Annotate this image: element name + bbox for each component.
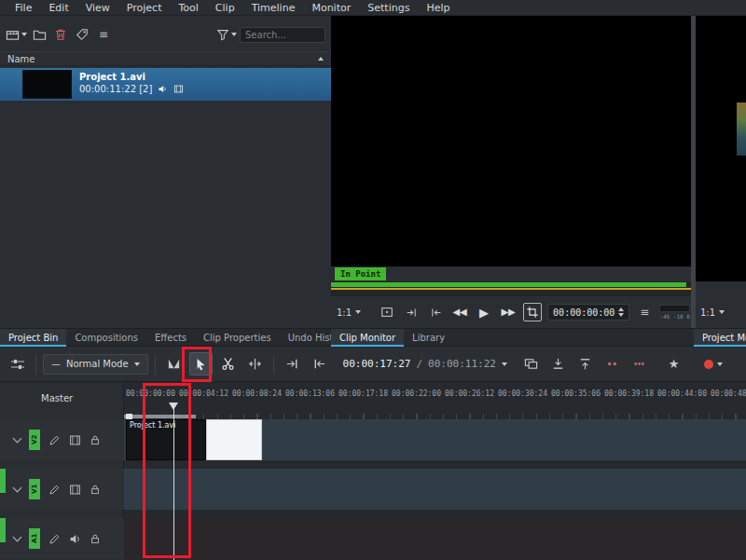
bin-menu-button[interactable]: ≡ (94, 25, 113, 44)
menu-help[interactable]: Help (418, 2, 458, 14)
record-button[interactable] (697, 352, 730, 376)
tab-library[interactable]: Library (404, 329, 453, 347)
track-a1-lane[interactable] (124, 518, 746, 559)
speaker-icon[interactable] (69, 533, 81, 545)
lift-zone-button[interactable] (628, 352, 651, 376)
zoom-level-label: 1:1 (700, 307, 715, 318)
track-a1-target-chip[interactable]: A1 (29, 528, 40, 549)
name-column-label: Name (7, 54, 35, 64)
tab-clip-monitor[interactable]: Clip Monitor (331, 329, 404, 347)
monitor-ruler[interactable] (331, 281, 691, 296)
monitor-zone-bar[interactable] (331, 282, 686, 287)
timeline-ruler[interactable]: 00:00:00:00 00:00:04:12 00:00:08:24 00:0… (124, 382, 746, 419)
right-tabs: Project Monitor (694, 329, 746, 348)
go-to-zone-start-button[interactable] (402, 303, 421, 321)
filmstrip-icon[interactable] (69, 434, 81, 446)
ruler-label: 00:00:48:12 (711, 389, 746, 398)
insert-zone-button[interactable] (546, 352, 570, 376)
sort-ascending-icon (318, 57, 324, 61)
menu-project[interactable]: Project (118, 2, 171, 14)
timeline-toolbar: — Normal Mode 00:00:17:27 / 00:00:11:22 (0, 347, 746, 382)
insert-space-button[interactable] (281, 352, 304, 376)
add-clip-button[interactable] (6, 25, 27, 44)
separator (35, 354, 36, 375)
menu-settings[interactable]: Settings (359, 2, 418, 14)
pencil-icon[interactable] (48, 434, 61, 446)
filmstrip-icon[interactable] (69, 484, 81, 496)
filter-button[interactable] (216, 25, 237, 44)
lock-icon[interactable] (90, 484, 101, 496)
menu-monitor[interactable]: Monitor (303, 2, 359, 14)
timeline-timecode[interactable]: 00:00:17:27 / 00:00:11:22 (343, 358, 507, 370)
razor-tool-button[interactable] (216, 352, 240, 376)
play-button[interactable]: ▶ (475, 303, 493, 321)
separator (155, 354, 156, 375)
monitor-overlay-button[interactable] (378, 303, 396, 321)
timeline-settings-button[interactable] (6, 352, 29, 376)
ruler-label: 00:00:35:06 (551, 389, 601, 398)
track-v2-target-chip[interactable]: V2 (29, 430, 40, 450)
menu-tool[interactable]: Tool (170, 2, 206, 14)
edit-mode-dropdown[interactable]: — Normal Mode (43, 354, 148, 375)
chevron-down-icon (355, 310, 361, 314)
go-to-zone-end-button[interactable] (426, 303, 445, 321)
bin-clip-row[interactable]: Project 1.avi 00:00:11:22 [2] (0, 68, 331, 101)
lock-icon[interactable] (90, 533, 101, 545)
spacer-tool-button[interactable] (243, 352, 267, 376)
pencil-icon[interactable] (48, 484, 61, 496)
audio-mixer-button[interactable] (741, 352, 746, 376)
ruler-label: 00:00:39:18 (604, 389, 654, 398)
zone-crop-button[interactable] (523, 303, 542, 321)
remove-space-button[interactable] (308, 352, 331, 376)
chevron-down-icon[interactable] (13, 533, 22, 542)
chevron-down-icon[interactable] (13, 434, 22, 444)
track-v1-target-chip[interactable]: V1 (29, 479, 40, 499)
menu-view[interactable]: View (77, 2, 118, 14)
menu-timeline[interactable]: Timeline (243, 2, 304, 14)
project-monitor-zoom-dropdown[interactable]: 1:1 (700, 307, 725, 318)
play-icon: ▶ (479, 307, 489, 319)
pencil-icon[interactable] (48, 533, 61, 545)
timecode-spinner[interactable] (618, 307, 624, 317)
tab-clip-properties[interactable]: Clip Properties (195, 329, 280, 347)
delete-button[interactable] (51, 25, 70, 44)
clip-group-indicator (126, 414, 132, 419)
rewind-button[interactable]: ◀◀ (450, 303, 469, 321)
tab-effects[interactable]: Effects (146, 329, 195, 347)
menu-clip[interactable]: Clip (207, 2, 243, 14)
menu-edit[interactable]: Edit (40, 2, 76, 14)
timeline-clip-selected[interactable] (206, 419, 262, 460)
tab-compositions[interactable]: Compositions (66, 329, 146, 347)
track-v1-lane[interactable] (124, 469, 746, 510)
track-a1: A1 (0, 518, 746, 559)
track-v1-header[interactable]: V1 (0, 469, 124, 510)
track-a1-header[interactable]: A1 (0, 518, 124, 559)
create-folder-button[interactable] (30, 25, 48, 44)
monitor-menu-button[interactable]: ≡ (635, 303, 654, 321)
ruler-label: 00:00:22:00 (392, 389, 441, 398)
left-tabs: Project Bin Compositions Effects Clip Pr… (0, 329, 357, 348)
monitor-timecode[interactable]: 00:00:00:00 (547, 304, 629, 321)
fast-forward-button[interactable]: ▶▶ (499, 303, 518, 321)
tab-project-bin[interactable]: Project Bin (0, 329, 66, 347)
bin-column-header[interactable]: Name (0, 51, 331, 66)
extract-zone-button[interactable] (601, 352, 624, 376)
chevron-down-icon[interactable] (13, 484, 22, 493)
zone-start-icon (406, 307, 418, 319)
monitor-seek-bar[interactable] (331, 288, 691, 290)
zone-frames-icon (524, 357, 538, 371)
menu-file[interactable]: File (7, 2, 40, 14)
track-v2-header[interactable]: V2 (0, 419, 124, 460)
overwrite-zone-button[interactable] (573, 352, 597, 376)
track-v2-lane[interactable]: Project 1.avi (124, 419, 746, 460)
tab-project-monitor[interactable]: Project Monitor (694, 329, 746, 347)
use-timeline-zone-button[interactable] (519, 352, 543, 376)
monitor-zoom-dropdown[interactable]: 1:1 (337, 307, 361, 318)
lock-icon[interactable] (90, 434, 101, 446)
favorite-effects-button[interactable]: ★ (662, 352, 685, 376)
meter-bar (659, 305, 690, 312)
master-track-button[interactable]: Master (41, 393, 73, 403)
search-input[interactable] (240, 27, 325, 43)
tags-button[interactable] (73, 25, 91, 44)
rewind-icon: ◀◀ (452, 307, 466, 317)
